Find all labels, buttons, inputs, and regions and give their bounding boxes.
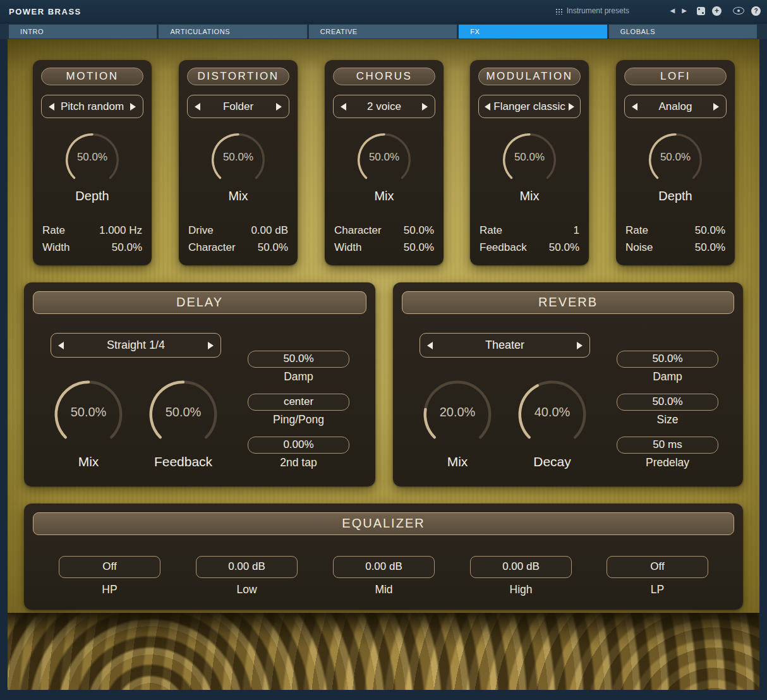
param-row[interactable]: Rate 1.000 Hz	[42, 222, 142, 239]
lp-field[interactable]: Off	[607, 556, 708, 578]
depth-knob[interactable]: 50.0%	[645, 130, 706, 190]
prev-preset-button[interactable]: ◀	[670, 8, 675, 14]
title-bar: POWER BRASS Instrument presets ◀ ▶ ?	[0, 0, 767, 23]
param-value: 0.00 dB	[251, 222, 288, 239]
pingpong-field[interactable]: center	[248, 394, 349, 411]
selector-prev-icon[interactable]	[58, 342, 64, 349]
tab-fx[interactable]: FX	[459, 25, 607, 39]
band-label: High	[470, 583, 572, 596]
damp-field[interactable]: 50.0%	[617, 351, 718, 368]
lofi-type-selector[interactable]: Analog	[624, 95, 727, 118]
field-label: Predelay	[617, 456, 718, 469]
size-field[interactable]: 50.0%	[617, 394, 718, 411]
knob-value: 50.0%	[354, 130, 414, 185]
param-row[interactable]: Width 50.0%	[42, 239, 142, 256]
param-value: 50.0%	[404, 239, 434, 256]
feedback-knob[interactable]: 50.0%	[145, 376, 222, 453]
param-row[interactable]: Character 50.0%	[188, 239, 288, 256]
param-row[interactable]: Rate 50.0%	[625, 222, 725, 239]
low-field[interactable]: 0.00 dB	[196, 556, 298, 578]
mix-knob[interactable]: 50.0%	[354, 130, 414, 190]
tab-creative[interactable]: CREATIVE	[309, 25, 457, 39]
random-icon[interactable]	[697, 7, 705, 15]
delay-time-selector[interactable]: Straight 1/4	[51, 333, 221, 358]
panel-title: LOFI	[624, 68, 727, 85]
hp-field[interactable]: Off	[59, 556, 160, 578]
eye-icon[interactable]	[733, 7, 744, 15]
tab-globals[interactable]: GLOBALS	[609, 25, 757, 39]
predelay-field[interactable]: 50 ms	[617, 437, 718, 454]
selector-prev-icon[interactable]	[427, 342, 433, 349]
knob-label: Mix	[78, 454, 99, 469]
selector-next-icon[interactable]	[713, 103, 719, 111]
selector-next-icon[interactable]	[276, 103, 282, 111]
selector-prev-icon[interactable]	[341, 103, 346, 111]
selector-next-icon[interactable]	[577, 342, 583, 349]
mix-knob[interactable]: 50.0%	[50, 376, 127, 453]
selector-value: Flanger classic	[490, 100, 569, 113]
knob-label: Decay	[533, 454, 571, 469]
param-label: Feedback	[480, 239, 527, 256]
param-row[interactable]: Character 50.0%	[334, 222, 434, 239]
delay-panel: DELAY Straight 1/4 50.0% Mix 50.0% Feedb…	[24, 282, 375, 486]
knob-value: 20.0%	[419, 376, 496, 448]
reverb-type-selector[interactable]: Theater	[420, 333, 590, 358]
band-label: LP	[607, 583, 708, 596]
selector-prev-icon[interactable]	[49, 103, 54, 111]
selector-value: Straight 1/4	[64, 339, 208, 352]
param-label: Noise	[625, 239, 653, 256]
mix-knob[interactable]: 20.0%	[419, 376, 496, 453]
knob-value: 50.0%	[208, 130, 269, 185]
add-icon[interactable]	[712, 6, 722, 16]
panel-title: MOTION	[41, 68, 143, 85]
panel-title: CHORUS	[333, 68, 435, 85]
instrument-presets-button[interactable]: Instrument presets	[555, 0, 629, 21]
selector-prev-icon[interactable]	[485, 103, 490, 111]
param-value: 50.0%	[695, 222, 725, 239]
panel-title: DISTORTION	[187, 68, 289, 85]
param-label: Rate	[480, 222, 502, 239]
equalizer-panel: EQUALIZER Off HP 0.00 dB Low 0.00 dB Mid…	[24, 504, 743, 610]
tab-articulations[interactable]: ARTICULATIONS	[159, 25, 306, 39]
band-label: HP	[59, 583, 160, 596]
param-row[interactable]: Noise 50.0%	[625, 239, 725, 256]
selector-value: Pitch random	[54, 100, 130, 113]
help-icon[interactable]: ?	[751, 6, 761, 16]
reverb-panel: REVERB Theater 20.0% Mix 40.0% Decay 50.…	[393, 282, 743, 486]
modulation-type-selector[interactable]: Flanger classic	[478, 95, 581, 118]
high-field[interactable]: 0.00 dB	[470, 556, 572, 578]
instrument-presets-label: Instrument presets	[567, 6, 629, 15]
tab-intro[interactable]: INTRO	[9, 25, 157, 39]
chorus-type-selector[interactable]: 2 voice	[333, 95, 435, 118]
param-row[interactable]: Rate 1	[480, 222, 579, 239]
selector-next-icon[interactable]	[422, 103, 428, 111]
selector-prev-icon[interactable]	[632, 103, 637, 111]
mix-knob[interactable]: 50.0%	[499, 130, 560, 190]
param-value: 50.0%	[695, 239, 725, 256]
next-preset-button[interactable]: ▶	[682, 8, 687, 14]
param-value: 50.0%	[404, 222, 434, 239]
distortion-type-selector[interactable]: Folder	[187, 95, 289, 118]
mix-knob[interactable]: 50.0%	[208, 130, 269, 190]
motion-type-selector[interactable]: Pitch random	[41, 95, 143, 118]
second-tap-field[interactable]: 0.00%	[248, 437, 349, 454]
tab-strip: INTRO ARTICULATIONS CREATIVE FX GLOBALS	[0, 23, 767, 39]
knob-value: 40.0%	[514, 376, 591, 448]
selector-prev-icon[interactable]	[195, 103, 200, 111]
selector-next-icon[interactable]	[569, 103, 574, 111]
param-label: Width	[42, 239, 69, 256]
selector-next-icon[interactable]	[130, 103, 136, 111]
knob-label: Mix	[374, 189, 394, 203]
knob-value: 50.0%	[145, 376, 222, 448]
knob-value: 50.0%	[645, 130, 706, 185]
decay-knob[interactable]: 40.0%	[514, 376, 591, 453]
lofi-panel: LOFI Analog 50.0% Depth Rate 50.0% Noise…	[616, 60, 735, 265]
selector-next-icon[interactable]	[208, 342, 214, 349]
param-row[interactable]: Width 50.0%	[334, 239, 434, 256]
param-row[interactable]: Drive 0.00 dB	[188, 222, 288, 239]
mid-field[interactable]: 0.00 dB	[333, 556, 435, 578]
motion-panel: MOTION Pitch random 50.0% Depth Rate 1.0…	[33, 60, 152, 265]
depth-knob[interactable]: 50.0%	[62, 130, 123, 190]
param-row[interactable]: Feedback 50.0%	[480, 239, 579, 256]
damp-field[interactable]: 50.0%	[248, 351, 349, 368]
